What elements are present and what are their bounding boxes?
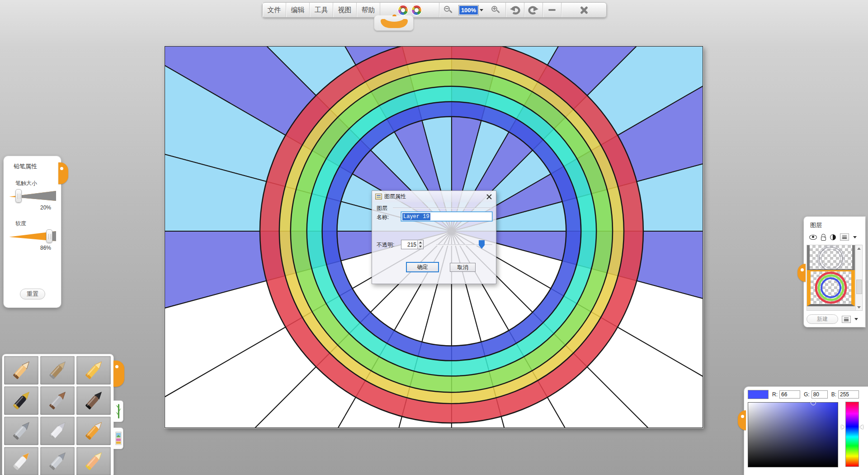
layer-properties-icon xyxy=(375,194,382,200)
softness-slider[interactable] xyxy=(9,229,56,243)
ok-button[interactable]: 确定 xyxy=(406,262,439,272)
hue-strip[interactable] xyxy=(845,402,859,467)
dialog-close-icon[interactable] xyxy=(486,193,493,200)
layer-thumbnail-selected[interactable] xyxy=(807,270,855,306)
chevron-down-icon xyxy=(480,9,483,11)
selected-text: Layer 19 xyxy=(402,213,430,220)
scroll-down-button[interactable] xyxy=(856,304,863,310)
main-toolbar: 文件编辑工具视图帮助 100% xyxy=(262,2,607,18)
visibility-eye-icon[interactable] xyxy=(809,235,817,240)
group-separator xyxy=(393,208,491,208)
layers-panel-footer: 新建 xyxy=(807,314,863,324)
tool-airbrush[interactable] xyxy=(4,417,38,445)
slider-track xyxy=(19,191,56,201)
menu-item-0[interactable]: 文件 xyxy=(263,3,286,17)
pencil-panel-title: 铅笔属性 xyxy=(14,162,56,171)
b-input[interactable] xyxy=(838,390,859,399)
minimize-button[interactable] xyxy=(543,3,561,17)
scroll-up-button[interactable] xyxy=(856,245,863,252)
layers-panel-title: 图层 xyxy=(810,221,863,229)
scrollbar-thumb[interactable] xyxy=(856,280,862,294)
layers-panel: 图层 新建 xyxy=(804,217,865,327)
panel-drag-grip[interactable] xyxy=(738,410,746,430)
spin-up-icon xyxy=(419,242,422,243)
panel-drag-grip[interactable] xyxy=(113,361,124,387)
menu-item-3[interactable]: 视图 xyxy=(333,3,357,17)
layer-list-scrollbar[interactable] xyxy=(855,245,862,310)
panel-drag-grip[interactable] xyxy=(58,162,68,184)
zoom-level-value: 100% xyxy=(459,5,478,15)
reset-button[interactable]: 重置 xyxy=(20,289,45,299)
tool-ink-brush[interactable] xyxy=(76,386,111,415)
menu-bars-icon xyxy=(844,318,849,321)
layer-menu-button[interactable] xyxy=(840,233,849,241)
tool-crayon[interactable] xyxy=(76,356,111,385)
tool-charcoal-pencil[interactable] xyxy=(40,356,75,385)
fountain-pen-icon xyxy=(9,389,33,413)
color-values-row: R: G: B: xyxy=(748,390,868,399)
menu-item-2[interactable]: 工具 xyxy=(310,3,333,17)
tool-paint-knife[interactable] xyxy=(40,417,75,445)
chevron-down-icon[interactable] xyxy=(853,236,857,238)
brush-size-value: 20% xyxy=(9,204,51,211)
brush-size-slider[interactable] xyxy=(9,189,56,203)
crayon-icon xyxy=(81,358,106,383)
softness-value: 86% xyxy=(9,245,51,251)
bamboo-stamp-tab[interactable] xyxy=(113,400,123,422)
menu-item-1[interactable]: 编辑 xyxy=(286,3,310,17)
zoom-out-button[interactable] xyxy=(439,3,457,17)
blend-halfcircle-icon[interactable] xyxy=(830,234,836,240)
saturation-value-box[interactable] xyxy=(748,402,838,467)
picture-stamp-tab[interactable] xyxy=(113,428,123,449)
pencil-properties-panel: 铅笔属性 笔触大小 20% 软度 86% 重置 xyxy=(4,156,61,308)
sv-cursor-icon[interactable] xyxy=(811,400,816,405)
undo-arrow-icon xyxy=(509,5,520,15)
leaf-knife-icon xyxy=(45,449,70,474)
g-input[interactable] xyxy=(811,390,828,399)
redo-button[interactable] xyxy=(524,3,542,17)
tool-eraser[interactable] xyxy=(76,447,111,475)
layer-name-input[interactable]: Layer 19 xyxy=(401,212,492,221)
panel-drag-grip[interactable] xyxy=(797,264,806,282)
softness-slider-thumb[interactable] xyxy=(46,229,52,243)
minimize-icon xyxy=(548,9,556,11)
tool-fountain-pen[interactable] xyxy=(4,386,38,415)
unlock-icon[interactable] xyxy=(821,237,826,241)
scroll-down-icon xyxy=(857,306,861,309)
menu-bars-icon xyxy=(842,235,847,239)
opacity-slider[interactable] xyxy=(436,240,492,250)
menu-strip: 文件编辑工具视图帮助 xyxy=(263,3,380,17)
undo-button[interactable] xyxy=(506,3,524,17)
tool-leaf-knife[interactable] xyxy=(40,447,75,475)
tool-paint-roller[interactable] xyxy=(76,417,111,445)
r-label: R: xyxy=(772,391,778,398)
chevron-down-icon[interactable] xyxy=(854,318,858,320)
picture-stamp-icon xyxy=(115,430,122,446)
layer-thumbnail-top[interactable] xyxy=(807,245,855,270)
new-layer-button[interactable]: 新建 xyxy=(807,314,838,324)
hue-marker-right-icon[interactable] xyxy=(860,425,863,429)
spin-up-button[interactable] xyxy=(418,240,423,245)
clown-chin-tab xyxy=(374,15,414,31)
dialog-title: 图层属性 xyxy=(384,193,483,200)
close-button[interactable] xyxy=(561,3,606,17)
airbrush-icon xyxy=(9,419,33,443)
opacity-spinbox[interactable]: 215 xyxy=(401,240,424,249)
dialog-titlebar[interactable]: 图层属性 xyxy=(372,191,496,202)
cancel-button[interactable]: 取消 xyxy=(450,263,476,272)
list-menu-button[interactable] xyxy=(842,316,851,323)
zoom-level-select[interactable]: 100% xyxy=(457,3,486,17)
tool-pencil-jar[interactable] xyxy=(4,447,38,475)
tool-pencil[interactable] xyxy=(4,356,38,385)
opacity-slider-thumb[interactable] xyxy=(479,240,485,249)
layer-list xyxy=(807,245,863,311)
pencil-jar-icon xyxy=(9,449,33,474)
brush-size-slider-thumb[interactable] xyxy=(15,189,22,203)
b-label: B: xyxy=(831,391,836,398)
r-input[interactable] xyxy=(779,390,800,399)
tool-paint-brush[interactable] xyxy=(40,386,75,415)
zoom-in-button[interactable] xyxy=(486,3,505,17)
spin-down-button[interactable] xyxy=(418,245,423,249)
hue-marker-left-icon[interactable] xyxy=(841,425,844,429)
application-window: 文件编辑工具视图帮助 100% xyxy=(0,0,868,475)
